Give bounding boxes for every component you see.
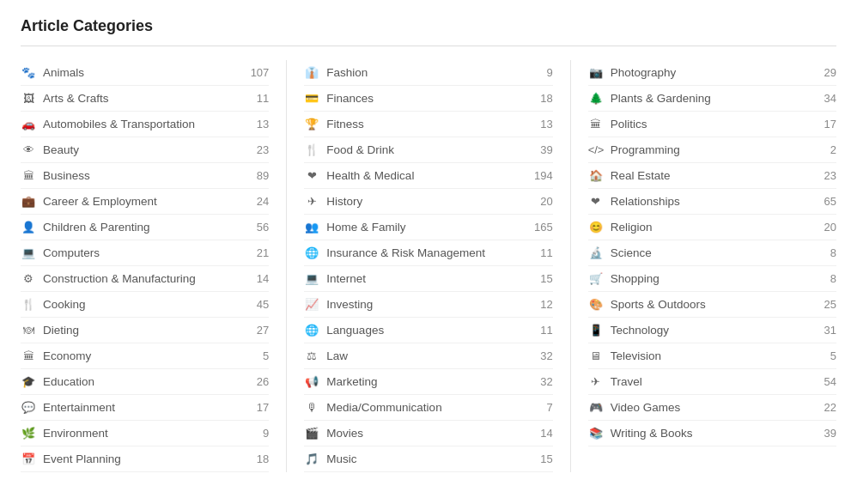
category-count: 165 bbox=[534, 221, 553, 234]
category-row[interactable]: ✈History20 bbox=[304, 189, 552, 215]
category-row[interactable]: 🌐Insurance & Risk Management11 bbox=[304, 240, 552, 266]
category-name: Economy bbox=[43, 349, 91, 362]
category-name: Arts & Crafts bbox=[43, 92, 109, 105]
category-row[interactable]: 🏛Politics17 bbox=[588, 112, 836, 137]
category-icon: 👤 bbox=[21, 221, 36, 234]
category-name: Health & Medical bbox=[326, 169, 414, 182]
category-icon: 🏛 bbox=[21, 349, 36, 362]
category-icon: 📈 bbox=[304, 298, 319, 311]
category-name: Dieting bbox=[43, 324, 79, 337]
category-count: 14 bbox=[540, 427, 552, 440]
category-row[interactable]: 🍴Food & Drink39 bbox=[304, 137, 552, 163]
category-row[interactable]: 🖥Television5 bbox=[588, 343, 836, 369]
category-name: Marketing bbox=[326, 375, 377, 388]
category-row[interactable]: 📱Technology31 bbox=[588, 318, 836, 343]
category-row[interactable]: 🏛Business89 bbox=[21, 163, 269, 189]
category-row[interactable]: 🏠Real Estate23 bbox=[588, 163, 836, 189]
category-row[interactable]: 💼Career & Employment24 bbox=[21, 189, 269, 215]
category-row[interactable]: 🌿Environment9 bbox=[21, 421, 269, 446]
category-count: 31 bbox=[824, 324, 836, 337]
category-icon: 🍴 bbox=[304, 143, 319, 156]
category-row[interactable]: 😊Religion20 bbox=[588, 215, 836, 240]
category-row[interactable]: 👤Children & Parenting56 bbox=[21, 215, 269, 240]
category-row[interactable]: ⚙Construction & Manufacturing14 bbox=[21, 266, 269, 292]
category-name: Animals bbox=[43, 66, 84, 79]
category-count: 29 bbox=[824, 66, 836, 79]
category-count: 9 bbox=[546, 66, 552, 79]
category-row[interactable]: 🏆Fitness13 bbox=[304, 112, 552, 137]
category-count: 8 bbox=[830, 272, 836, 285]
category-name: Languages bbox=[326, 324, 384, 337]
category-row[interactable]: 🐾Animals107 bbox=[21, 60, 269, 86]
category-row[interactable]: 🌐Languages11 bbox=[304, 318, 552, 343]
category-row[interactable]: 📚Writing & Books39 bbox=[588, 421, 836, 446]
category-icon: 🎨 bbox=[588, 298, 604, 311]
category-row[interactable]: 🎵Music15 bbox=[304, 446, 552, 472]
category-row[interactable]: 📷Photography29 bbox=[588, 60, 836, 86]
category-name: Music bbox=[326, 452, 356, 465]
category-count: 8 bbox=[830, 246, 836, 259]
category-row[interactable]: 🛒Shopping8 bbox=[588, 266, 836, 292]
category-count: 17 bbox=[257, 401, 269, 414]
category-count: 34 bbox=[824, 92, 836, 105]
category-row[interactable]: 💳Finances18 bbox=[304, 86, 552, 112]
category-row[interactable]: 🚗Automobiles & Transportation13 bbox=[21, 112, 269, 137]
category-row[interactable]: 👔Fashion9 bbox=[304, 60, 552, 86]
category-row[interactable]: 📢Marketing32 bbox=[304, 369, 552, 395]
category-row[interactable]: 👥Home & Family165 bbox=[304, 215, 552, 240]
category-count: 15 bbox=[540, 272, 552, 285]
category-name: Travel bbox=[611, 375, 642, 388]
category-count: 23 bbox=[824, 169, 836, 182]
category-row[interactable]: 👁Beauty23 bbox=[21, 137, 269, 163]
category-count: 45 bbox=[257, 298, 269, 311]
category-row[interactable]: 💬Entertainment17 bbox=[21, 395, 269, 421]
category-row[interactable]: ✈Travel54 bbox=[588, 369, 836, 395]
category-name: Real Estate bbox=[611, 169, 671, 182]
category-row[interactable]: 📅Event Planning18 bbox=[21, 446, 269, 472]
category-row[interactable]: 🌲Plants & Gardening34 bbox=[588, 86, 836, 112]
category-row[interactable]: 💻Internet15 bbox=[304, 266, 552, 292]
category-row[interactable]: ❤Health & Medical194 bbox=[304, 163, 552, 189]
category-count: 5 bbox=[263, 349, 269, 362]
category-icon: 🏠 bbox=[588, 169, 604, 182]
category-count: 15 bbox=[540, 452, 552, 465]
category-name: Automobiles & Transportation bbox=[43, 118, 195, 131]
category-row[interactable]: 💻Computers21 bbox=[21, 240, 269, 266]
category-name: Sports & Outdoors bbox=[611, 298, 706, 311]
category-name: Fashion bbox=[326, 66, 368, 79]
category-row[interactable]: 🖼Arts & Crafts11 bbox=[21, 86, 269, 112]
category-icon: 🏛 bbox=[21, 169, 36, 182]
category-column-0: 🐾Animals107🖼Arts & Crafts11🚗Automobiles … bbox=[21, 60, 287, 472]
category-name: Internet bbox=[326, 272, 366, 285]
category-name: Video Games bbox=[611, 401, 681, 414]
category-count: 56 bbox=[257, 221, 269, 234]
category-icon: ❤ bbox=[588, 195, 604, 208]
category-row[interactable]: 🎓Education26 bbox=[21, 369, 269, 395]
category-row[interactable]: 🍴Cooking45 bbox=[21, 292, 269, 318]
category-row[interactable]: ❤Relationships65 bbox=[588, 189, 836, 215]
category-count: 65 bbox=[824, 195, 836, 208]
category-count: 13 bbox=[257, 118, 269, 131]
category-count: 14 bbox=[257, 272, 269, 285]
category-name: Home & Family bbox=[326, 221, 405, 234]
category-icon: 👥 bbox=[304, 221, 319, 234]
category-count: 21 bbox=[257, 246, 269, 259]
category-icon: 🎮 bbox=[588, 401, 604, 414]
category-row[interactable]: 🎮Video Games22 bbox=[588, 395, 836, 421]
category-name: Television bbox=[611, 349, 661, 362]
category-row[interactable]: 🍽Dieting27 bbox=[21, 318, 269, 343]
category-icon: 🌐 bbox=[304, 324, 319, 337]
category-row[interactable]: 🎨Sports & Outdoors25 bbox=[588, 292, 836, 318]
category-row[interactable]: 🏛Economy5 bbox=[21, 343, 269, 369]
category-count: 107 bbox=[251, 66, 270, 79]
category-icon: 🎵 bbox=[304, 452, 319, 465]
category-row[interactable]: </>Programming2 bbox=[588, 137, 836, 163]
category-count: 12 bbox=[540, 298, 552, 311]
category-row[interactable]: 🔬Science8 bbox=[588, 240, 836, 266]
category-row[interactable]: 🎬Movies14 bbox=[304, 421, 552, 446]
category-row[interactable]: ⚖Law32 bbox=[304, 343, 552, 369]
main-container: Article Categories 🐾Animals107🖼Arts & Cr… bbox=[0, 0, 857, 489]
category-name: Environment bbox=[43, 427, 108, 440]
category-row[interactable]: 📈Investing12 bbox=[304, 292, 552, 318]
category-row[interactable]: 🎙Media/Communication7 bbox=[304, 395, 552, 421]
